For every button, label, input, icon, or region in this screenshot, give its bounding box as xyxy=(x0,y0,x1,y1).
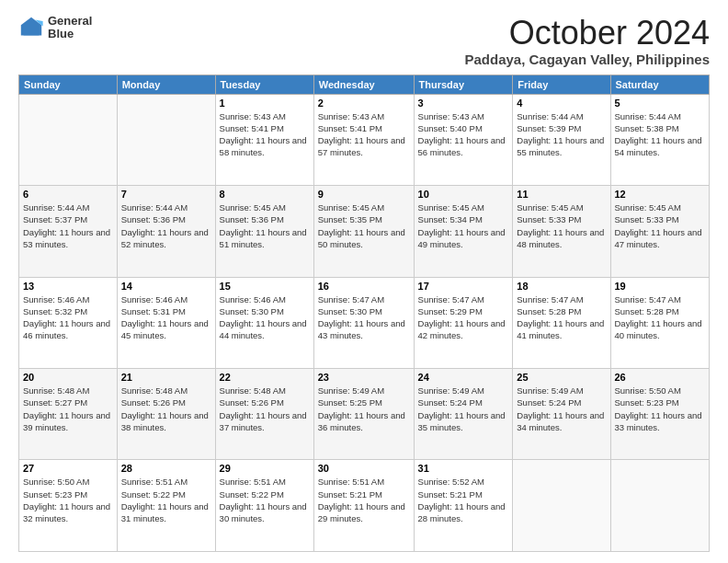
day-number: 14 xyxy=(121,281,211,292)
day-number: 17 xyxy=(418,281,509,292)
day-cell: 20Sunrise: 5:48 AMSunset: 5:27 PMDayligh… xyxy=(19,369,118,460)
day-number: 29 xyxy=(220,463,310,474)
header-row: Sunday Monday Tuesday Wednesday Thursday… xyxy=(19,75,710,94)
day-info: Sunrise: 5:45 AMSunset: 5:33 PMDaylight:… xyxy=(615,201,706,250)
day-number: 1 xyxy=(220,98,310,109)
day-number: 27 xyxy=(23,463,113,474)
day-info: Sunrise: 5:45 AMSunset: 5:34 PMDaylight:… xyxy=(418,201,509,250)
day-info: Sunrise: 5:45 AMSunset: 5:35 PMDaylight:… xyxy=(318,201,410,250)
day-number: 23 xyxy=(318,372,410,383)
col-saturday: Saturday xyxy=(610,75,710,94)
day-info: Sunrise: 5:50 AMSunset: 5:23 PMDaylight:… xyxy=(615,385,706,433)
day-number: 15 xyxy=(220,281,310,292)
svg-rect-2 xyxy=(24,27,40,36)
week-row-2: 13Sunrise: 5:46 AMSunset: 5:32 PMDayligh… xyxy=(19,277,710,368)
day-info: Sunrise: 5:51 AMSunset: 5:22 PMDaylight:… xyxy=(220,476,310,524)
week-row-0: 1Sunrise: 5:43 AMSunset: 5:41 PMDaylight… xyxy=(19,94,710,185)
day-number: 13 xyxy=(23,281,113,292)
day-number: 10 xyxy=(418,189,509,200)
day-cell: 5Sunrise: 5:44 AMSunset: 5:38 PMDaylight… xyxy=(610,94,710,185)
day-cell: 18Sunrise: 5:47 AMSunset: 5:28 PMDayligh… xyxy=(513,277,610,368)
day-number: 8 xyxy=(220,189,310,200)
title-block: October 2024 Paddaya, Cagayan Valley, Ph… xyxy=(465,15,711,67)
week-row-1: 6Sunrise: 5:44 AMSunset: 5:37 PMDaylight… xyxy=(19,186,710,277)
week-row-3: 20Sunrise: 5:48 AMSunset: 5:27 PMDayligh… xyxy=(19,369,710,460)
logo-text: General Blue xyxy=(48,15,92,41)
day-info: Sunrise: 5:47 AMSunset: 5:29 PMDaylight:… xyxy=(418,293,509,342)
day-info: Sunrise: 5:48 AMSunset: 5:26 PMDaylight:… xyxy=(220,385,310,433)
day-number: 2 xyxy=(318,98,410,109)
day-number: 9 xyxy=(318,189,410,200)
day-info: Sunrise: 5:43 AMSunset: 5:41 PMDaylight:… xyxy=(220,110,310,159)
day-cell: 23Sunrise: 5:49 AMSunset: 5:25 PMDayligh… xyxy=(313,369,414,460)
day-cell: 9Sunrise: 5:45 AMSunset: 5:35 PMDaylight… xyxy=(313,186,414,277)
day-cell: 16Sunrise: 5:47 AMSunset: 5:30 PMDayligh… xyxy=(313,277,414,368)
day-number: 4 xyxy=(517,98,606,109)
day-number: 31 xyxy=(418,463,509,474)
day-cell: 27Sunrise: 5:50 AMSunset: 5:23 PMDayligh… xyxy=(19,460,118,552)
day-number: 18 xyxy=(517,281,606,292)
day-cell: 4Sunrise: 5:44 AMSunset: 5:39 PMDaylight… xyxy=(513,94,610,185)
calendar-table: Sunday Monday Tuesday Wednesday Thursday… xyxy=(18,75,710,552)
day-number: 11 xyxy=(517,189,606,200)
day-number: 26 xyxy=(615,372,706,383)
day-info: Sunrise: 5:46 AMSunset: 5:30 PMDaylight:… xyxy=(220,293,310,342)
day-info: Sunrise: 5:43 AMSunset: 5:40 PMDaylight:… xyxy=(418,110,509,159)
logo-line1: General xyxy=(48,15,92,28)
calendar-header: Sunday Monday Tuesday Wednesday Thursday… xyxy=(19,75,710,94)
day-number: 24 xyxy=(418,372,509,383)
page: General Blue October 2024 Paddaya, Cagay… xyxy=(0,0,728,563)
col-wednesday: Wednesday xyxy=(313,75,414,94)
day-number: 19 xyxy=(615,281,706,292)
day-cell: 1Sunrise: 5:43 AMSunset: 5:41 PMDaylight… xyxy=(215,94,313,185)
day-info: Sunrise: 5:45 AMSunset: 5:33 PMDaylight:… xyxy=(517,201,606,250)
day-cell: 15Sunrise: 5:46 AMSunset: 5:30 PMDayligh… xyxy=(215,277,313,368)
day-number: 3 xyxy=(418,98,509,109)
day-cell: 31Sunrise: 5:52 AMSunset: 5:21 PMDayligh… xyxy=(414,460,513,552)
day-number: 7 xyxy=(121,189,211,200)
day-number: 21 xyxy=(121,372,211,383)
day-cell: 12Sunrise: 5:45 AMSunset: 5:33 PMDayligh… xyxy=(610,186,710,277)
logo-line2: Blue xyxy=(48,28,92,40)
day-cell: 2Sunrise: 5:43 AMSunset: 5:41 PMDaylight… xyxy=(313,94,414,185)
day-cell xyxy=(610,460,710,552)
location-title: Paddaya, Cagayan Valley, Philippines xyxy=(465,52,711,67)
day-cell: 30Sunrise: 5:51 AMSunset: 5:21 PMDayligh… xyxy=(313,460,414,552)
day-info: Sunrise: 5:47 AMSunset: 5:30 PMDaylight:… xyxy=(318,293,410,342)
day-cell: 13Sunrise: 5:46 AMSunset: 5:32 PMDayligh… xyxy=(19,277,118,368)
day-info: Sunrise: 5:49 AMSunset: 5:24 PMDaylight:… xyxy=(517,385,606,433)
day-cell: 14Sunrise: 5:46 AMSunset: 5:31 PMDayligh… xyxy=(117,277,215,368)
day-info: Sunrise: 5:44 AMSunset: 5:36 PMDaylight:… xyxy=(121,201,211,250)
day-info: Sunrise: 5:46 AMSunset: 5:32 PMDaylight:… xyxy=(23,293,113,342)
day-cell: 28Sunrise: 5:51 AMSunset: 5:22 PMDayligh… xyxy=(117,460,215,552)
day-info: Sunrise: 5:47 AMSunset: 5:28 PMDaylight:… xyxy=(517,293,606,342)
day-cell xyxy=(513,460,610,552)
day-cell: 8Sunrise: 5:45 AMSunset: 5:36 PMDaylight… xyxy=(215,186,313,277)
day-info: Sunrise: 5:51 AMSunset: 5:22 PMDaylight:… xyxy=(121,476,211,524)
day-cell: 3Sunrise: 5:43 AMSunset: 5:40 PMDaylight… xyxy=(414,94,513,185)
day-number: 20 xyxy=(23,372,113,383)
day-info: Sunrise: 5:46 AMSunset: 5:31 PMDaylight:… xyxy=(121,293,211,342)
header: General Blue October 2024 Paddaya, Cagay… xyxy=(18,15,710,67)
month-title: October 2024 xyxy=(465,15,711,52)
day-info: Sunrise: 5:47 AMSunset: 5:28 PMDaylight:… xyxy=(615,293,706,342)
day-info: Sunrise: 5:50 AMSunset: 5:23 PMDaylight:… xyxy=(23,476,113,524)
day-number: 12 xyxy=(615,189,706,200)
day-cell: 7Sunrise: 5:44 AMSunset: 5:36 PMDaylight… xyxy=(117,186,215,277)
col-monday: Monday xyxy=(117,75,215,94)
day-info: Sunrise: 5:44 AMSunset: 5:37 PMDaylight:… xyxy=(23,201,113,250)
day-number: 30 xyxy=(318,463,410,474)
day-info: Sunrise: 5:44 AMSunset: 5:39 PMDaylight:… xyxy=(517,110,606,159)
day-cell: 24Sunrise: 5:49 AMSunset: 5:24 PMDayligh… xyxy=(414,369,513,460)
day-cell: 21Sunrise: 5:48 AMSunset: 5:26 PMDayligh… xyxy=(117,369,215,460)
day-info: Sunrise: 5:44 AMSunset: 5:38 PMDaylight:… xyxy=(615,110,706,159)
day-cell: 10Sunrise: 5:45 AMSunset: 5:34 PMDayligh… xyxy=(414,186,513,277)
day-cell: 6Sunrise: 5:44 AMSunset: 5:37 PMDaylight… xyxy=(19,186,118,277)
day-info: Sunrise: 5:43 AMSunset: 5:41 PMDaylight:… xyxy=(318,110,410,159)
day-number: 5 xyxy=(615,98,706,109)
day-info: Sunrise: 5:49 AMSunset: 5:25 PMDaylight:… xyxy=(318,385,410,433)
day-cell: 25Sunrise: 5:49 AMSunset: 5:24 PMDayligh… xyxy=(513,369,610,460)
day-cell: 29Sunrise: 5:51 AMSunset: 5:22 PMDayligh… xyxy=(215,460,313,552)
day-cell: 26Sunrise: 5:50 AMSunset: 5:23 PMDayligh… xyxy=(610,369,710,460)
day-cell xyxy=(19,94,118,185)
